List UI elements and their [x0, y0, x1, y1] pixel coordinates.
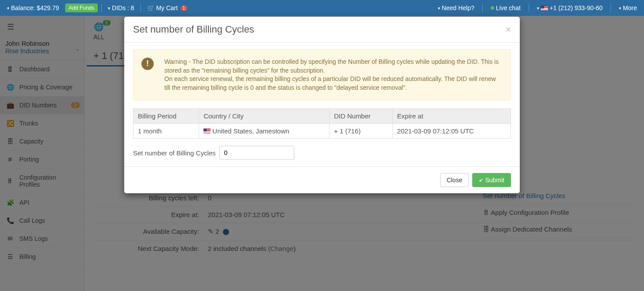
close-icon[interactable]: ×	[506, 25, 511, 35]
th-billing-period: Billing Period	[133, 109, 199, 124]
modal-title: Set number of Billing Cycles	[133, 24, 254, 35]
cart-label: My Cart	[156, 4, 178, 11]
us-flag-icon	[204, 129, 211, 133]
phone-dropdown[interactable]: ▾ +1 (212) 933-90-60	[534, 4, 605, 11]
exclamation-icon: !	[141, 58, 154, 70]
th-did-number: DID Number	[329, 109, 392, 124]
billing-cycles-modal: Set number of Billing Cycles × ! Warning…	[124, 17, 520, 193]
chevron-down-icon: ▾	[619, 6, 621, 11]
cell-period: 1 month	[133, 124, 199, 139]
live-chat-link[interactable]: Live chat	[488, 4, 523, 11]
live-chat-label: Live chat	[496, 4, 521, 11]
cart-icon: 🛒	[147, 4, 155, 11]
warning-alert: ! Warning - The DID subscription can be …	[133, 49, 511, 100]
th-expire-at: Expire at	[392, 109, 511, 124]
phone-number: +1 (212) 933-90-60	[550, 4, 603, 11]
did-table: Billing Period Country / City DID Number…	[133, 108, 511, 139]
cart-link[interactable]: 🛒 My Cart 1	[144, 4, 190, 11]
billing-cycles-input[interactable]	[219, 146, 294, 160]
help-label: Need Help?	[442, 4, 474, 11]
input-label: Set number of Billing Cycles	[133, 149, 216, 157]
balance-label: Balance: $429.79	[11, 4, 59, 11]
dids-label: DIDs : 8	[112, 4, 134, 11]
need-help-dropdown[interactable]: ▾ Need Help?	[435, 4, 477, 11]
status-dot-icon	[491, 6, 494, 10]
chevron-down-icon: ▾	[438, 6, 440, 11]
table-row: 1 month United States, Jamestown + 1 (71…	[133, 124, 511, 139]
chevron-down-icon: ▾	[108, 6, 110, 11]
cart-count-badge: 1	[181, 5, 188, 11]
country-text: United States, Jamestown	[212, 127, 289, 135]
modal-body: ! Warning - The DID subscription can be …	[124, 43, 520, 166]
cell-expire: 2021-03-09 07:12:05 UTC	[392, 124, 511, 139]
more-dropdown[interactable]: ▾ More	[616, 4, 640, 11]
dids-dropdown[interactable]: ▾ DIDs : 8	[105, 4, 137, 11]
th-country-city: Country / City	[199, 109, 329, 124]
submit-button[interactable]: ✔Submit	[472, 173, 511, 187]
us-flag-icon	[541, 6, 548, 11]
modal-footer: Close ✔Submit	[124, 166, 520, 193]
topbar: ▾ Balance: $429.79 Add Funds ▾ DIDs : 8 …	[0, 0, 644, 16]
modal-header: Set number of Billing Cycles ×	[124, 17, 520, 43]
cell-country: United States, Jamestown	[199, 124, 329, 139]
chevron-down-icon: ▾	[7, 6, 9, 11]
check-icon: ✔	[479, 177, 483, 184]
warning-line-2: On each service renewal, the remaining b…	[164, 75, 503, 92]
add-funds-button[interactable]: Add Funds	[65, 4, 98, 12]
submit-label: Submit	[485, 177, 504, 184]
cell-did: + 1 (716)	[329, 124, 392, 139]
cycles-input-row: Set number of Billing Cycles	[133, 146, 511, 160]
warning-line-1: Warning - The DID subscription can be co…	[164, 58, 503, 75]
close-button[interactable]: Close	[440, 173, 469, 187]
more-label: More	[623, 4, 637, 11]
balance-dropdown[interactable]: ▾ Balance: $429.79	[4, 4, 62, 11]
chevron-down-icon: ▾	[537, 6, 539, 11]
